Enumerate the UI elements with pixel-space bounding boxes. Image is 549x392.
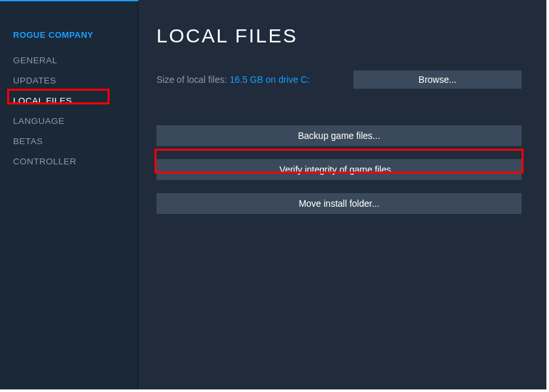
sidebar-item-updates[interactable]: UPDATES	[0, 70, 138, 91]
action-buttons: Backup game files... Verify integrity of…	[156, 125, 522, 214]
sidebar-item-general[interactable]: GENERAL	[0, 50, 138, 70]
browse-button[interactable]: Browse...	[353, 70, 522, 89]
game-title: ROGUE COMPANY	[0, 30, 138, 50]
backup-button[interactable]: Backup game files...	[156, 125, 522, 146]
content-area: LOCAL FILES Size of local files: 16.5 GB…	[138, 0, 546, 389]
move-install-button[interactable]: Move install folder...	[156, 193, 522, 214]
size-value: 16.5 GB on drive C:	[230, 74, 310, 85]
sidebar-item-controller[interactable]: CONTROLLER	[0, 151, 138, 172]
size-row: Size of local files: 16.5 GB on drive C:…	[156, 70, 522, 89]
sidebar-item-local-files[interactable]: LOCAL FILES	[0, 91, 138, 111]
sidebar-item-betas[interactable]: BETAS	[0, 131, 138, 151]
page-title: LOCAL FILES	[156, 25, 522, 47]
verify-integrity-button[interactable]: Verify integrity of game files...	[156, 159, 522, 180]
sidebar-item-language[interactable]: LANGUAGE	[0, 111, 138, 131]
size-label: Size of local files:	[156, 74, 227, 85]
sidebar: ROGUE COMPANY GENERAL UPDATES LOCAL FILE…	[0, 0, 138, 389]
